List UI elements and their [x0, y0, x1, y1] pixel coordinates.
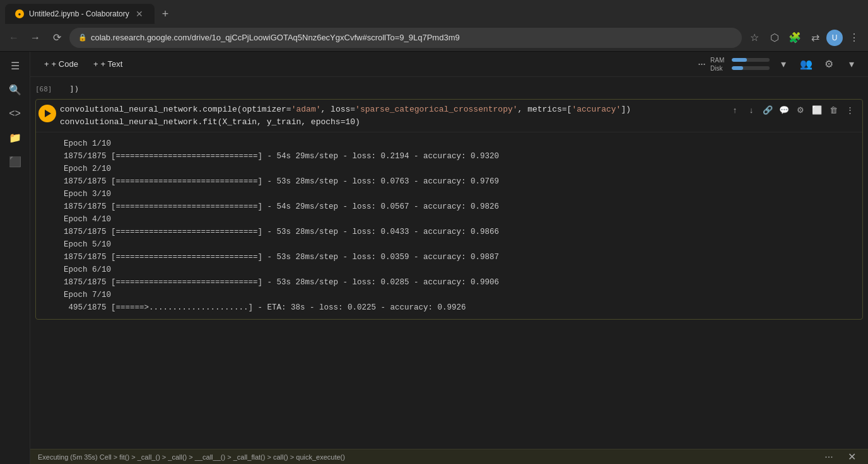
main-content: ☰ 🔍 <> 📁 ⬛ + + Code + + Text ···	[0, 52, 868, 464]
output-line-6: 1875/1875 [=============================…	[64, 200, 855, 213]
code-string-2: 'sparse_categorical_crossentropy'	[355, 103, 517, 116]
tab-bar: ● Untitled2.ipynb - Colaboratory ✕ +	[0, 0, 868, 24]
disk-label: Disk	[710, 65, 729, 72]
cell-area[interactable]: [68] ]) ↑ ↓ 🔗 💬 ⚙ ⬜ 🗑 ⋮	[30, 77, 868, 449]
cell-delete-icon[interactable]: 🗑	[826, 102, 841, 117]
code-text-5: convolutional_neural_network.fit(X_train…	[60, 116, 360, 129]
prev-cell-output: ])	[67, 83, 82, 95]
cast-icon[interactable]: ⬡	[766, 29, 783, 47]
url-bar[interactable]: 🔒 colab.research.google.com/drive/1o_qjC…	[69, 28, 742, 48]
menu-button[interactable]: ⋮	[845, 29, 863, 47]
status-dots-icon[interactable]: ···	[820, 448, 838, 465]
output-line-14: 495/1875 [======>.....................] …	[64, 301, 855, 314]
tab-favicon: ●	[15, 9, 24, 18]
back-button[interactable]: ←	[5, 29, 23, 47]
three-dots-icon[interactable]: ···	[698, 57, 705, 71]
status-bar-right: ··· ✕	[820, 448, 860, 465]
output-line-11: Epoch 6/10	[64, 264, 855, 276]
output-line-13: Epoch 7/10	[64, 289, 855, 301]
output-line-3: Epoch 2/10	[64, 163, 855, 175]
output-line-7: Epoch 4/10	[64, 213, 855, 226]
ram-disk-container: RAM Disk	[710, 57, 770, 72]
address-right-controls: ☆ ⬡ 🧩 ⇄ U ⋮	[746, 29, 863, 47]
settings-icon[interactable]: ⚙	[820, 55, 838, 73]
expand-icon[interactable]: ▾	[843, 55, 860, 73]
code-text-3: , metrics=[	[518, 103, 572, 116]
status-close-icon[interactable]: ✕	[843, 448, 860, 465]
address-bar: ← → ⟳ 🔒 colab.research.google.com/drive/…	[0, 24, 868, 52]
prev-cell: [68] ])	[30, 82, 868, 96]
sidebar-code-icon[interactable]: <>	[5, 103, 25, 124]
tab-close-button[interactable]: ✕	[134, 9, 144, 19]
ram-label: RAM	[710, 57, 729, 64]
active-cell[interactable]: ↑ ↓ 🔗 💬 ⚙ ⬜ 🗑 ⋮	[35, 99, 863, 320]
bookmark-icon[interactable]: ☆	[746, 29, 763, 47]
ram-progress-fill	[732, 58, 747, 62]
users-icon[interactable]: 👥	[797, 55, 815, 73]
output-line-2: 1875/1875 [=============================…	[64, 150, 855, 163]
add-text-button[interactable]: + + Text	[87, 57, 129, 71]
cell-editor-icon[interactable]: ⬜	[809, 102, 824, 117]
ram-progress-bg	[732, 58, 770, 62]
url-text: colab.research.google.com/drive/1o_qjCcP…	[91, 33, 460, 42]
output-line-5: Epoch 3/10	[64, 188, 855, 200]
cell-toolbar: ↑ ↓ 🔗 💬 ⚙ ⬜ 🗑 ⋮	[727, 102, 857, 117]
tab-title: Untitled2.ipynb - Colaboratory	[29, 9, 129, 18]
output-line-9: Epoch 5/10	[64, 238, 855, 251]
code-string-1: 'adam'	[291, 103, 321, 116]
cell-output: Epoch 1/10 1875/1875 [==================…	[36, 132, 862, 319]
sidebar-terminal-icon[interactable]: ⬛	[5, 151, 25, 171]
status-text: Executing (5m 35s) Cell > fit() > _call_…	[38, 453, 345, 461]
disk-row: Disk	[710, 65, 770, 72]
sidebar-files-icon[interactable]: 📁	[5, 127, 25, 148]
browser-frame: ● Untitled2.ipynb - Colaboratory ✕ + ← →…	[0, 0, 868, 464]
disk-progress-bg	[732, 66, 770, 70]
output-line-1: Epoch 1/10	[64, 137, 855, 150]
forward-button[interactable]: →	[26, 29, 44, 47]
new-tab-button[interactable]: +	[157, 4, 174, 24]
output-line-8: 1875/1875 [=============================…	[64, 226, 855, 238]
comment-icon[interactable]: 💬	[777, 102, 792, 117]
workspace: + + Code + + Text ··· RAM	[30, 52, 868, 464]
sidebar-menu-icon[interactable]: ☰	[5, 55, 25, 76]
run-button[interactable]	[38, 105, 56, 122]
output-line-10: 1875/1875 [=============================…	[64, 251, 855, 264]
reload-button[interactable]: ⟳	[48, 29, 66, 47]
code-text-1: convolutional_neural_network.compile(opt…	[60, 103, 291, 116]
text-label: + Text	[100, 59, 122, 69]
active-tab[interactable]: ● Untitled2.ipynb - Colaboratory ✕	[5, 4, 155, 24]
cell-more-icon[interactable]: ⋮	[842, 102, 857, 117]
code-line-2: convolutional_neural_network.fit(X_train…	[60, 116, 860, 129]
output-line-12: 1875/1875 [=============================…	[64, 276, 855, 289]
code-label: + Code	[52, 59, 78, 69]
status-bar: Executing (5m 35s) Cell > fit() > _call_…	[30, 449, 868, 464]
extensions-icon[interactable]: 🧩	[786, 29, 804, 47]
ram-row: RAM	[710, 57, 770, 64]
sidebar-search-icon[interactable]: 🔍	[5, 79, 25, 100]
lock-icon: 🔒	[78, 33, 87, 42]
move-up-icon[interactable]: ↑	[727, 102, 742, 117]
dropdown-icon[interactable]: ▾	[775, 55, 792, 73]
plus-text-icon: +	[93, 59, 98, 69]
toolbar-right: ··· RAM Disk	[698, 55, 860, 73]
cell-settings-icon[interactable]: ⚙	[793, 102, 808, 117]
run-triangle-icon	[45, 110, 51, 117]
avatar[interactable]: U	[826, 30, 843, 46]
code-text-4: ])	[621, 103, 631, 116]
sync-icon[interactable]: ⇄	[806, 29, 824, 47]
code-text-2: , loss=	[320, 103, 355, 116]
link-icon[interactable]: 🔗	[760, 102, 775, 117]
output-line-4: 1875/1875 [=============================…	[64, 175, 855, 188]
prev-cell-num: [68]	[35, 83, 67, 93]
disk-progress-fill	[732, 66, 743, 70]
code-string-3: 'accuracy'	[572, 103, 621, 116]
sidebar: ☰ 🔍 <> 📁 ⬛	[0, 52, 30, 464]
colab-toolbar: + + Code + + Text ··· RAM	[30, 52, 868, 77]
add-code-button[interactable]: + + Code	[38, 57, 85, 71]
plus-code-icon: +	[44, 59, 49, 69]
move-down-icon[interactable]: ↓	[744, 102, 759, 117]
